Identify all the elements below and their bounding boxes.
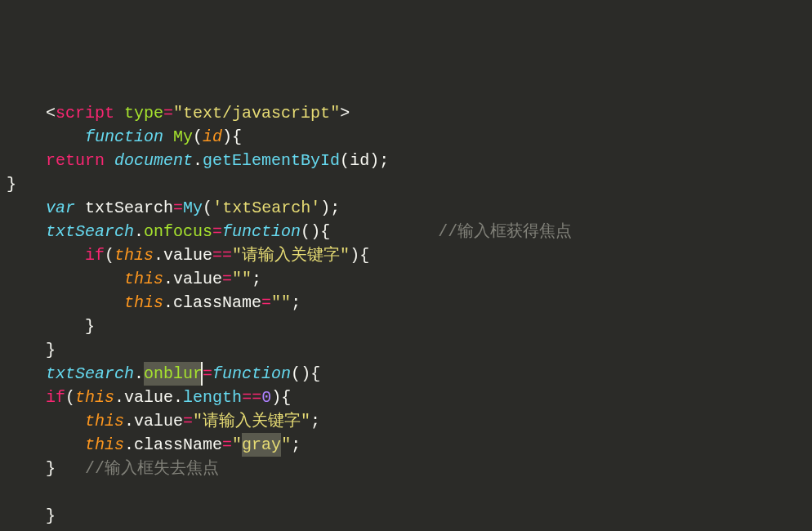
code-line: function My(id){ [7, 125, 812, 149]
indent [7, 341, 46, 359]
keyword-this: this [124, 293, 163, 312]
indent [7, 459, 46, 478]
brace-close: } [46, 506, 56, 525]
param-id: id [203, 127, 222, 146]
code-line: } [7, 315, 812, 338]
indent [7, 293, 124, 312]
semicolon: ; [291, 293, 301, 312]
paren-open: ( [203, 199, 212, 217]
code-line: return document.getElementById(id); [7, 149, 812, 172]
paren-open: ( [105, 246, 114, 265]
equals: = [261, 293, 271, 312]
equals: = [222, 270, 232, 288]
code-line: </script> [7, 528, 812, 531]
angle-open: < [46, 104, 56, 123]
text-cursor [201, 362, 203, 386]
code-line: this.value=""; [7, 267, 812, 291]
comment-focus: //输入框获得焦点 [438, 222, 572, 241]
indent [7, 388, 46, 407]
indent [7, 222, 46, 241]
string-empty: "" [232, 270, 252, 288]
indent [7, 412, 85, 431]
equals: = [203, 364, 212, 383]
prop-className: className [134, 435, 222, 454]
attr-type: type [124, 104, 163, 123]
indent [7, 199, 46, 217]
dot: . [163, 270, 173, 288]
string-quote: " [232, 435, 242, 454]
dot: . [114, 388, 124, 407]
prop-value: value [124, 388, 173, 407]
keyword-var: var [46, 199, 75, 217]
code-line: } [7, 504, 812, 528]
dot: . [154, 246, 163, 265]
paren-close-brace: ){ [310, 222, 330, 241]
semicolon: ; [310, 412, 320, 431]
string-placeholder: "请输入关键字" [193, 412, 310, 431]
paren-close-brace: ){ [301, 364, 320, 383]
space [105, 151, 114, 170]
tag-script: script [56, 104, 114, 123]
space [163, 127, 173, 146]
keyword-this: this [124, 270, 163, 288]
fn-name: My [173, 127, 193, 146]
highlight-selection: onblur [144, 362, 203, 386]
ident-txtSearch: txtSearch [46, 364, 134, 383]
indent [7, 270, 124, 288]
brace-close: } [46, 459, 56, 478]
code-line: if(this.value=="请输入关键字"){ [7, 243, 812, 267]
paren-open: ( [301, 222, 310, 241]
dot: . [134, 222, 144, 241]
equals: = [173, 199, 183, 217]
paren-open: ( [65, 388, 75, 407]
code-line: this.value="请输入关键字"; [7, 409, 812, 433]
indent [7, 364, 46, 383]
paren-close-semi: ); [320, 199, 340, 217]
string-txtSearch: 'txtSearch' [212, 199, 320, 217]
prop-length: length [183, 388, 242, 407]
keyword-function: function [222, 222, 301, 241]
paren-close-brace: ){ [350, 246, 369, 265]
equals: = [222, 435, 232, 454]
code-line: this.className="gray"; [7, 433, 812, 457]
indent [7, 246, 85, 265]
op-eqeq: == [212, 246, 232, 265]
code-line: txtSearch.onblur=function(){ [7, 362, 812, 386]
code-line: } [7, 338, 812, 362]
equals: = [163, 104, 173, 123]
code-line: } [7, 172, 812, 196]
semicolon: ; [291, 435, 301, 454]
dot: . [173, 388, 183, 407]
code-line: this.className=""; [7, 291, 812, 315]
code-line: } //输入框失去焦点 [7, 457, 812, 480]
space [56, 459, 85, 478]
dot: . [124, 435, 134, 454]
dot: . [193, 151, 203, 170]
keyword-this: this [114, 246, 154, 265]
code-editor[interactable]: <script type="text/javascript"> function… [7, 101, 812, 531]
paren-close-brace: ){ [222, 127, 242, 146]
ident-document: document [114, 151, 193, 170]
indent [7, 151, 46, 170]
comment-blur: //输入框失去焦点 [85, 459, 219, 478]
prop-value: value [163, 246, 212, 265]
op-eqeq: == [242, 388, 261, 407]
highlight-word: gray [242, 433, 281, 457]
brace-close: } [85, 317, 95, 336]
space [114, 104, 124, 123]
keyword-function: function [85, 127, 163, 146]
prop-value: value [173, 270, 222, 288]
prop-onfocus: onfocus [144, 222, 212, 241]
keyword-this: this [75, 388, 114, 407]
brace-close: } [46, 341, 56, 359]
number-zero: 0 [261, 388, 271, 407]
string-empty: "" [271, 293, 291, 312]
prop-className: className [173, 293, 261, 312]
dot: . [163, 293, 173, 312]
ident-txtSearch: txtSearch [46, 222, 134, 241]
code-line: txtSearch.onfocus=function(){ //输入框获得焦点 [7, 220, 812, 243]
semicolon: ; [252, 270, 261, 288]
paren-open: ( [291, 364, 301, 383]
string-quote: " [281, 435, 291, 454]
equals: = [183, 412, 193, 431]
